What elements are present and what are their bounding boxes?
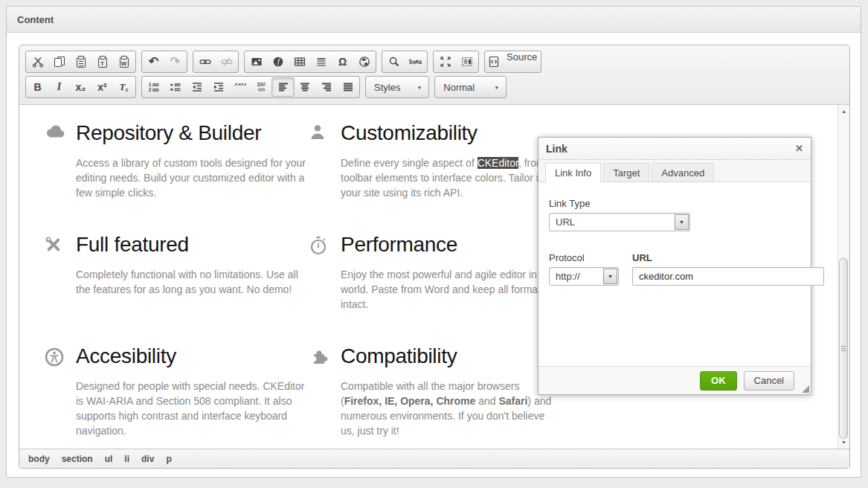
align-left-icon[interactable] <box>272 78 294 96</box>
numbered-list-icon[interactable]: 12 <box>143 77 164 97</box>
user-icon <box>309 124 326 144</box>
paste-as-plain-text-icon[interactable]: T <box>91 51 113 72</box>
dialog-footer: OK Cancel <box>539 366 811 394</box>
bulleted-list-icon[interactable] <box>164 77 186 97</box>
svg-text:1: 1 <box>148 82 151 87</box>
superscript-icon[interactable]: x² <box>91 77 113 97</box>
cloud-icon <box>45 124 65 142</box>
chevron-down-icon: ▼ <box>417 85 422 89</box>
section-title: Repository & Builder <box>76 121 309 146</box>
copy-icon[interactable] <box>48 51 70 72</box>
link-icon[interactable] <box>194 51 216 72</box>
search-icon[interactable] <box>383 51 405 72</box>
protocol-url-row: Protocol http:// ▼ URL <box>549 252 800 286</box>
scroll-up-icon[interactable]: ▲ <box>838 106 849 117</box>
url-label: URL <box>632 252 824 263</box>
select-arrow-icon[interactable]: ▼ <box>675 214 689 230</box>
tab-target[interactable]: Target <box>603 163 649 182</box>
align-right-icon[interactable] <box>315 77 337 97</box>
source-button[interactable]: Source <box>507 51 537 72</box>
section-title: Compatibility <box>341 344 558 369</box>
cut-icon[interactable] <box>27 51 48 72</box>
paste-icon[interactable] <box>70 51 91 72</box>
protocol-select[interactable]: http:// ▼ <box>549 267 619 286</box>
content-panel: Content T W ↶ ↷ <box>6 6 861 478</box>
div-container-icon[interactable]: DIV</> <box>251 77 272 97</box>
source-group: Source <box>484 51 541 73</box>
blockquote-icon[interactable]: ”” <box>229 77 251 97</box>
section-title: Accesibility <box>76 344 309 369</box>
path-p[interactable]: p <box>166 454 171 464</box>
decrease-indent-icon[interactable] <box>186 77 208 97</box>
ok-button[interactable]: OK <box>700 371 737 391</box>
iframe-globe-icon[interactable] <box>353 51 375 72</box>
subscript-icon[interactable]: x₂ <box>70 77 91 97</box>
undo-group: ↶ ↷ <box>141 51 187 73</box>
horizontal-rule-icon[interactable] <box>310 51 332 72</box>
tab-advanced[interactable]: Advanced <box>652 163 714 182</box>
redo-icon[interactable]: ↷ <box>164 51 186 72</box>
protocol-field: Protocol http:// ▼ <box>549 252 619 286</box>
section-customizability: Customizability Define every single aspe… <box>309 121 558 232</box>
table-icon[interactable] <box>289 51 310 72</box>
close-icon[interactable]: ✕ <box>795 143 803 154</box>
align-center-icon[interactable] <box>294 77 315 97</box>
insert-group: f Ω <box>244 51 376 73</box>
unlink-icon[interactable] <box>216 51 237 72</box>
cancel-button[interactable]: Cancel <box>744 371 794 391</box>
path-li[interactable]: li <box>124 454 129 464</box>
undo-icon[interactable]: ↶ <box>143 51 164 72</box>
section-text: Access a library of custom tools designe… <box>76 155 312 200</box>
justify-icon[interactable] <box>337 77 359 97</box>
tools-group <box>433 51 479 73</box>
path-section[interactable]: section <box>62 454 93 464</box>
styles-dropdown[interactable]: Styles ▼ <box>365 76 429 98</box>
flash-icon[interactable]: f <box>267 51 289 72</box>
maximize-icon[interactable] <box>434 51 456 72</box>
section-text: Define every single aspect of CKEditor, … <box>341 155 558 200</box>
vertical-scrollbar[interactable]: ▲ ▼ <box>838 105 849 449</box>
section-full-featured: Full featured Completely functional with… <box>45 232 309 344</box>
toolbar-row-2: B I x₂ x² Tx 12 <box>25 76 843 98</box>
scrollbar-thumb[interactable] <box>839 258 848 439</box>
italic-icon[interactable]: I <box>48 77 70 97</box>
link-type-label: Link Type <box>549 198 800 209</box>
tab-link-info[interactable]: Link Info <box>545 163 601 182</box>
link-type-value: URL <box>556 216 575 228</box>
link-type-select[interactable]: URL ▼ <box>549 213 690 231</box>
show-blocks-icon[interactable] <box>456 51 478 72</box>
find-group: b⇄a <box>382 51 428 73</box>
section-text: Compatible with all the major browsers (… <box>341 379 558 438</box>
source-icon[interactable] <box>486 51 502 72</box>
format-dropdown[interactable]: Normal ▼ <box>434 76 507 98</box>
dialog-resize-handle[interactable] <box>802 385 809 393</box>
path-body[interactable]: body <box>28 454 50 464</box>
link-dialog-header[interactable]: Link ✕ <box>539 138 811 160</box>
select-arrow-icon[interactable]: ▼ <box>603 269 617 284</box>
remove-format-icon[interactable]: Tx <box>113 77 135 97</box>
special-character-icon[interactable]: Ω <box>332 51 353 72</box>
paste-from-word-icon[interactable]: W <box>113 51 135 72</box>
path-div[interactable]: div <box>141 454 154 464</box>
path-ul[interactable]: ul <box>105 454 113 464</box>
editor-toolbar: T W ↶ ↷ <box>19 45 849 105</box>
section-title: Customizability <box>341 121 558 146</box>
tools-icon <box>45 236 62 258</box>
basicstyles-group: B I x₂ x² Tx <box>25 76 136 98</box>
paragraph-group: 12 ”” DIV</> <box>141 76 360 98</box>
dialog-body: Link Type URL ▼ Protocol http:// ▼ <box>539 182 811 366</box>
bold-icon[interactable]: B <box>27 77 48 97</box>
link-group <box>193 51 239 73</box>
increase-indent-icon[interactable] <box>208 77 229 97</box>
styles-dropdown-label: Styles <box>374 82 400 93</box>
url-input[interactable] <box>632 267 824 286</box>
section-compatibility: Compatibility Compatible with all the ma… <box>309 344 558 449</box>
format-dropdown-label: Normal <box>443 82 475 93</box>
image-icon[interactable] <box>245 51 267 72</box>
editing-area[interactable]: Repository & Builder Access a library of… <box>19 105 849 449</box>
replace-icon[interactable]: b⇄a <box>405 51 426 72</box>
protocol-value: http:// <box>556 271 580 282</box>
element-path-bar: body section ul li div p <box>19 449 849 468</box>
scroll-down-icon[interactable]: ▼ <box>838 437 849 448</box>
section-text: Designed for people with special needs. … <box>76 379 312 438</box>
